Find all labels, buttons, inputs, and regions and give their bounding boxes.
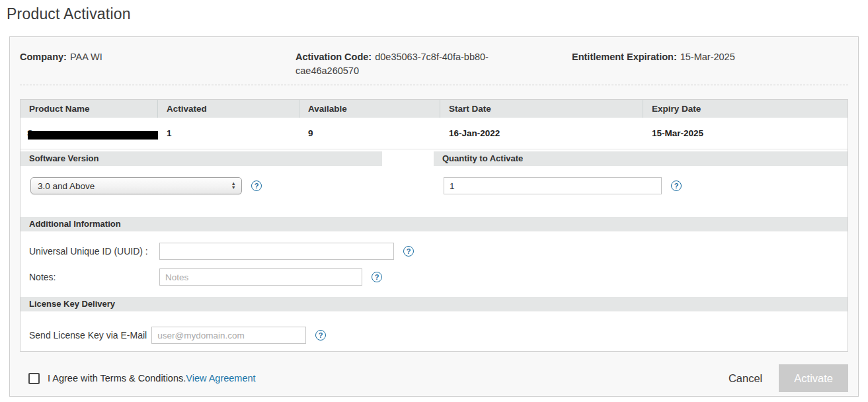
column-header-start-date: Start Date [440, 100, 643, 118]
entitlement-expiration-label: Entitlement Expiration: [572, 52, 677, 62]
select-arrows-icon: ▲▼ [231, 182, 236, 190]
cancel-button[interactable]: Cancel [729, 372, 762, 385]
activation-panel: Company:PAA WI Activation Code:d0e35063-… [9, 36, 859, 397]
column-header-activated: Activated [158, 100, 299, 118]
notes-row: Notes: ? [20, 268, 848, 286]
column-header-available: Available [299, 100, 440, 118]
start-date-cell: 16-Jan-2022 [440, 128, 643, 138]
redaction-bar [28, 131, 158, 140]
version-quantity-controls: 3.0 and Above ▲▼ ? ? [20, 166, 848, 206]
footer-row: I Agree with Terms & Conditions.View Agr… [20, 364, 848, 392]
version-quantity-band-row: Software Version Quantity to Activate [20, 151, 848, 166]
agree-checkbox[interactable] [28, 373, 40, 384]
email-input[interactable] [151, 327, 306, 344]
software-version-section-header: Software Version [20, 151, 382, 166]
company-info: Company:PAA WI [20, 50, 296, 82]
email-row: Send License Key via E-Mail ? [20, 327, 848, 344]
email-help-icon[interactable]: ? [315, 330, 326, 341]
column-header-expiry-date: Expiry Date [643, 100, 848, 118]
additional-info-section-header: Additional Information [20, 217, 848, 231]
quantity-cell: ? [434, 177, 848, 194]
email-label: Send License Key via E-Mail [20, 330, 147, 341]
software-version-help-icon[interactable]: ? [251, 181, 262, 191]
entitlement-expiration-value: 15-Mar-2025 [680, 52, 735, 62]
software-version-select[interactable]: 3.0 and Above ▲▼ [30, 177, 242, 194]
product-table-header: Product Name Activated Available Start D… [20, 100, 848, 118]
quantity-input [444, 177, 662, 194]
activated-cell: 1 [158, 128, 299, 138]
available-cell: 9 [299, 128, 440, 138]
quantity-help-icon[interactable]: ? [671, 181, 682, 191]
agree-terms: I Agree with Terms & Conditions.View Agr… [20, 373, 256, 384]
software-version-selected-value: 3.0 and Above [38, 181, 95, 191]
view-agreement-link[interactable]: View Agreement [186, 373, 255, 383]
entitlement-info-row: Company:PAA WI Activation Code:d0e35063-… [20, 37, 848, 82]
product-details-card: Product Name Activated Available Start D… [20, 99, 848, 352]
company-value: PAA WI [70, 52, 102, 62]
quantity-section-header: Quantity to Activate [434, 151, 848, 166]
software-version-cell: 3.0 and Above ▲▼ ? [20, 177, 434, 194]
band-gap [382, 151, 434, 166]
product-name-cell: S [20, 127, 158, 140]
uuid-row: Universal Unique ID (UUID) : ? [20, 243, 848, 260]
uuid-help-icon[interactable]: ? [403, 246, 414, 257]
notes-label: Notes: [20, 272, 159, 282]
activation-code-info: Activation Code:d0e35063-7c8f-40fa-bb80-… [296, 50, 572, 82]
notes-input[interactable] [159, 268, 362, 286]
table-row: S 1 9 16-Jan-2022 15-Mar-2025 [20, 118, 848, 149]
agree-text: I Agree with Terms & Conditions. [48, 373, 186, 383]
dashed-divider [20, 85, 848, 85]
expiry-date-cell: 15-Mar-2025 [643, 128, 848, 138]
notes-help-icon[interactable]: ? [372, 272, 382, 282]
activation-code-label: Activation Code: [296, 52, 372, 62]
uuid-input[interactable] [159, 243, 394, 260]
license-delivery-section-header: License Key Delivery [20, 297, 848, 311]
column-header-product-name: Product Name [20, 100, 158, 118]
uuid-label: Universal Unique ID (UUID) : [20, 246, 159, 257]
company-label: Company: [20, 52, 67, 62]
activate-button[interactable]: Activate [779, 364, 848, 392]
entitlement-expiration-info: Entitlement Expiration:15-Mar-2025 [572, 50, 848, 82]
page-title: Product Activation [0, 0, 868, 23]
